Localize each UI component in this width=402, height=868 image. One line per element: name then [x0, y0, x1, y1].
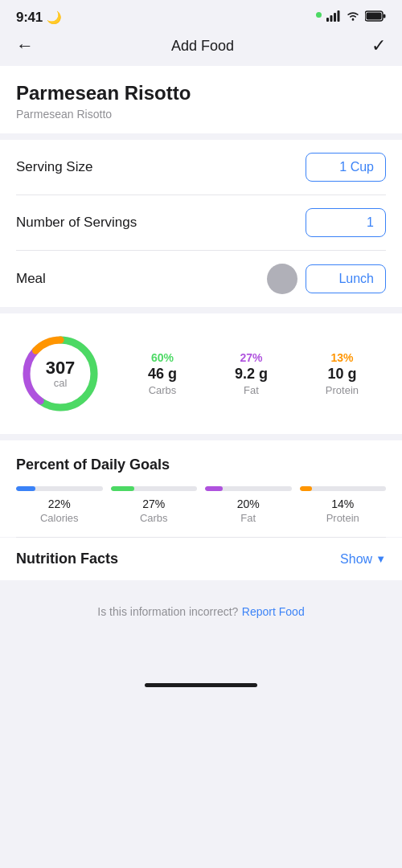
svg-rect-0 [326, 18, 329, 22]
goal-item-carbs: 27% Carbs [111, 486, 198, 524]
serving-size-value[interactable]: 1 Cup [306, 153, 386, 182]
serving-size-label: Serving Size [16, 159, 92, 175]
goal-bar-track [111, 486, 198, 491]
donut-calories: 307 [46, 359, 76, 377]
footer-question: Is this information incorrect? [97, 605, 238, 618]
goal-item-calories: 22% Calories [16, 486, 103, 524]
protein-label: Protein [326, 384, 359, 396]
protein-grams: 10 g [326, 366, 359, 383]
back-button[interactable]: ← [16, 35, 34, 56]
donut-center: 307 cal [46, 359, 76, 389]
macro-protein: 13% 10 g Protein [326, 351, 359, 396]
goal-pct: 22% [16, 497, 103, 510]
goal-bar-track [300, 486, 387, 491]
fat-label: Fat [235, 384, 268, 396]
serving-section: Serving Size 1 Cup Number of Servings 1 … [0, 140, 402, 307]
report-food-link[interactable]: Report Food [242, 605, 305, 618]
carbs-grams: 46 g [148, 366, 177, 383]
nav-bar: ← Add Food ✓ [0, 29, 402, 66]
meal-label: Meal [16, 271, 46, 287]
goal-bar-track [205, 486, 292, 491]
goal-item-fat: 20% Fat [205, 486, 292, 524]
goal-bar-fill [111, 486, 134, 491]
home-indicator-area [0, 635, 402, 700]
number-of-servings-value[interactable]: 1 [306, 208, 386, 237]
goal-bar-track [16, 486, 103, 491]
meal-row: Meal Lunch [16, 251, 386, 307]
goals-bars: 22% Calories 27% Carbs 20% Fat 14% Prote… [16, 486, 386, 524]
macro-stats: 60% 46 g Carbs 27% 9.2 g Fat 13% 10 g Pr… [121, 351, 386, 396]
daily-goals-section: Percent of Daily Goals 22% Calories 27% … [0, 440, 402, 537]
battery-icon [365, 10, 386, 25]
food-name-main: Parmesean Risotto [16, 82, 386, 104]
divider-2 [0, 307, 402, 313]
moon-icon: 🌙 [47, 10, 62, 25]
footer-section: Is this information incorrect? Report Fo… [0, 580, 402, 635]
goal-pct: 27% [111, 497, 198, 510]
goal-bar-fill [16, 486, 35, 491]
svg-point-4 [352, 18, 355, 21]
donut-calories-label: cal [46, 377, 76, 389]
goal-label: Fat [205, 512, 292, 524]
divider-1 [0, 133, 402, 140]
number-of-servings-label: Number of Servings [16, 215, 137, 231]
svg-rect-3 [338, 10, 340, 22]
number-of-servings-row: Number of Servings 1 [16, 195, 386, 251]
goal-bar-fill [205, 486, 223, 491]
meal-value[interactable]: Lunch [306, 264, 386, 293]
goal-label: Protein [300, 512, 387, 524]
donut-chart: 307 cal [16, 330, 105, 418]
wifi-icon [346, 10, 360, 25]
macro-carbs: 60% 46 g Carbs [148, 351, 177, 396]
goal-pct: 20% [205, 497, 292, 510]
nav-title: Add Food [171, 38, 234, 55]
goal-label: Calories [16, 512, 103, 524]
fat-grams: 9.2 g [235, 366, 268, 383]
status-time: 9:41 [16, 10, 43, 26]
goal-item-protein: 14% Protein [300, 486, 387, 524]
status-icons [316, 10, 386, 25]
activity-dot [316, 12, 322, 18]
fat-pct: 27% [235, 351, 268, 364]
svg-rect-2 [334, 13, 336, 22]
goal-pct: 14% [300, 497, 387, 510]
serving-size-row: Serving Size 1 Cup [16, 140, 386, 195]
signal-icon [326, 10, 341, 25]
macro-fat: 27% 9.2 g Fat [235, 351, 268, 396]
carbs-pct: 60% [148, 351, 177, 364]
svg-rect-1 [330, 15, 333, 22]
nutrition-facts-label: Nutrition Facts [16, 551, 118, 567]
confirm-button[interactable]: ✓ [371, 35, 386, 56]
home-indicator-bar [145, 683, 257, 687]
nutrition-facts-show-button[interactable]: Show ▼ [340, 552, 386, 567]
meal-right: Lunch [267, 264, 386, 294]
nutrition-facts-row: Nutrition Facts Show ▼ [0, 538, 402, 580]
protein-pct: 13% [326, 351, 359, 364]
daily-goals-title: Percent of Daily Goals [16, 457, 386, 473]
svg-rect-6 [367, 13, 382, 20]
goal-label: Carbs [111, 512, 198, 524]
svg-rect-7 [384, 14, 386, 18]
food-name-sub: Parmesean Risotto [16, 108, 386, 121]
nutrition-summary: 307 cal 60% 46 g Carbs 27% 9.2 g Fat 13%… [0, 313, 402, 434]
goal-bar-fill [300, 486, 312, 491]
chevron-down-icon: ▼ [375, 553, 386, 565]
meal-circle-indicator [267, 264, 297, 294]
carbs-label: Carbs [148, 384, 177, 396]
divider-3 [0, 434, 402, 440]
food-name-section: Parmesean Risotto Parmesean Risotto [0, 66, 402, 133]
status-bar: 9:41 🌙 [0, 0, 402, 29]
show-label: Show [340, 552, 372, 567]
